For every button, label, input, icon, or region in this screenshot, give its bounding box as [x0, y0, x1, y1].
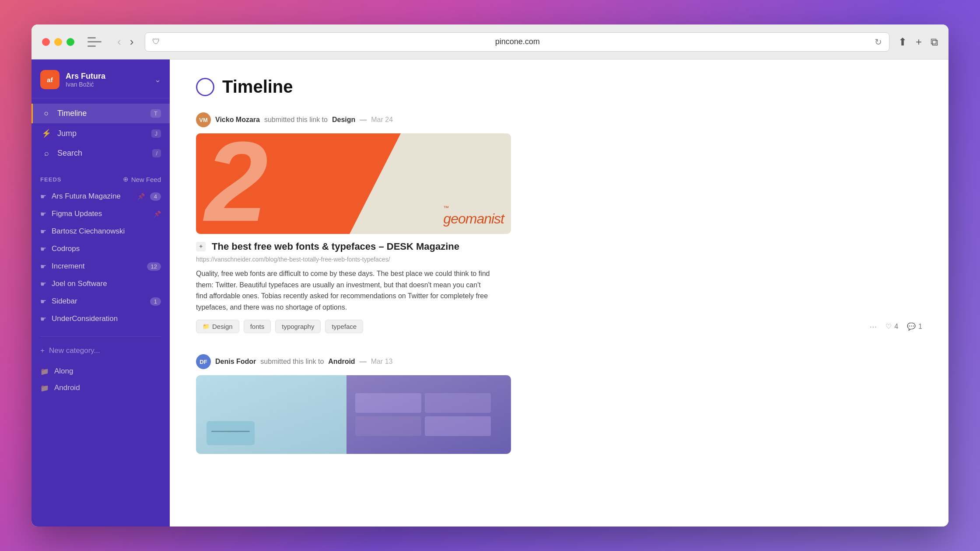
sidebar-item-label: Timeline [57, 109, 144, 118]
address-bar[interactable]: 🛡 pincone.com ↻ [145, 32, 889, 52]
reload-button[interactable]: ↻ [875, 37, 882, 47]
comment-icon: 💬 [907, 322, 916, 331]
article-title: ✦ The best free web fonts & typefaces – … [196, 241, 922, 252]
article-url[interactable]: https://vanschneider.com/blog/the-best-t… [196, 256, 922, 263]
sidebar-item-search[interactable]: ⌕ Search / [32, 143, 170, 163]
nav-items: ○ Timeline T ⚡ Jump J ⌕ Search / [32, 98, 170, 168]
submitter-name: Vicko Mozara [215, 116, 260, 124]
divider [40, 336, 161, 337]
sidebar-toggle-button[interactable] [88, 37, 102, 47]
sidebar-item-jump[interactable]: ⚡ Jump J [32, 123, 170, 143]
article-card-2: DF Denis Fodor submitted this link to An… [196, 354, 922, 454]
feed-name: Bartosz Ciechanowski [52, 227, 161, 236]
feed-item-joel[interactable]: ☛ Joel on Software [40, 275, 161, 293]
lightning-icon: ⚡ [42, 129, 51, 138]
browser-window: ‹ › 🛡 pincone.com ↻ ⬆ + ⧉ af Ars Futura [32, 24, 948, 527]
tag-typography[interactable]: typography [275, 320, 321, 333]
submission-meta: VM Vicko Mozara submitted this link to D… [196, 112, 922, 127]
rss-icon: ☛ [40, 315, 46, 323]
comment-button[interactable]: 💬 1 [907, 322, 922, 331]
nav-arrows: ‹ › [115, 34, 136, 49]
tag-typeface[interactable]: typeface [325, 320, 363, 333]
feed-name: Increment [52, 262, 142, 271]
new-tab-button[interactable]: + [916, 36, 922, 48]
search-icon: ⌕ [42, 149, 51, 158]
feed-name: Joel on Software [52, 279, 161, 288]
article-image: 2 ™ geomanist [196, 133, 511, 234]
tag-design[interactable]: 📁 Design [196, 320, 239, 333]
folder-icon: 📁 [40, 367, 49, 376]
browser-chrome: ‹ › 🛡 pincone.com ↻ ⬆ + ⧉ [32, 24, 948, 59]
page-header: Timeline [196, 77, 922, 97]
category-item-along[interactable]: 📁 Along [40, 363, 161, 380]
submission-dash: — [360, 116, 367, 124]
tabs-button[interactable]: ⧉ [931, 36, 938, 48]
category-section: 📁 Along 📁 Android [32, 359, 170, 400]
timeline-circle-icon [196, 78, 214, 96]
like-button[interactable]: ♡ 4 [886, 322, 898, 331]
circle-icon: ○ [42, 109, 51, 118]
rss-icon: ☛ [40, 297, 46, 306]
submission-date: Mar 13 [371, 358, 393, 366]
rss-icon: ☛ [40, 245, 46, 253]
user-name: Ivan Božić [66, 81, 148, 88]
sidebar-header-text: Ars Futura Ivan Božić [66, 72, 148, 88]
back-button[interactable]: ‹ [115, 34, 124, 49]
feed-item-codrops[interactable]: ☛ Codrops [40, 240, 161, 258]
shortcut-badge: J [151, 129, 161, 138]
page-title: Timeline [222, 77, 293, 97]
feeds-title: FEEDS [40, 176, 62, 183]
rss-icon: ☛ [40, 262, 46, 271]
feed-item-ars-futura[interactable]: ☛ Ars Futura Magazine 📌 4 [40, 188, 161, 205]
feeds-header: FEEDS ⊕ New Feed [40, 175, 161, 183]
app-name: Ars Futura [66, 72, 148, 81]
share-button[interactable]: ⬆ [898, 36, 907, 48]
article-actions: ··· ♡ 4 💬 1 [870, 321, 922, 331]
feed-item-increment[interactable]: ☛ Increment 12 [40, 258, 161, 275]
heart-icon: ♡ [886, 322, 892, 331]
submission-text: submitted this link to [260, 358, 324, 366]
category-item-android[interactable]: 📁 Android [40, 380, 161, 396]
feed-name: Codrops [52, 244, 161, 253]
shortcut-badge: T [150, 109, 161, 118]
feed-item-bartosz[interactable]: ☛ Bartosz Ciechanowski [40, 223, 161, 240]
new-feed-button[interactable]: ⊕ New Feed [123, 175, 161, 183]
folder-icon: 📁 [40, 384, 49, 392]
forward-button[interactable]: › [127, 34, 136, 49]
feed-badge: 1 [150, 297, 161, 306]
chevron-down-icon: ⌄ [154, 75, 161, 84]
sidebar-item-label: Search [57, 149, 146, 158]
browser-content: af Ars Futura Ivan Božić ⌄ ○ Timeline T … [32, 59, 948, 527]
feed-item-underconsideration[interactable]: ☛ UnderConsideration [40, 310, 161, 328]
traffic-light-yellow[interactable] [54, 38, 62, 46]
sidebar-item-label: Jump [57, 129, 145, 138]
more-options-button[interactable]: ··· [870, 321, 877, 331]
avatar: VM [196, 112, 211, 127]
submission-meta-2: DF Denis Fodor submitted this link to An… [196, 354, 922, 369]
category-name: Along [54, 367, 73, 376]
shortcut-badge: / [152, 149, 161, 157]
plus-icon: ⊕ [123, 175, 129, 183]
plus-icon: + [40, 346, 45, 355]
main-content: Timeline VM Vicko Mozara submitted this … [170, 59, 948, 527]
sidebar-item-timeline[interactable]: ○ Timeline T [32, 104, 170, 123]
security-icon: 🛡 [152, 37, 160, 46]
feed-badge: 12 [147, 262, 161, 271]
submission-channel: Android [328, 358, 355, 366]
submission-text: submitted this link to [264, 116, 328, 124]
feed-item-sidebar[interactable]: ☛ Sidebar 1 [40, 293, 161, 310]
article-footer: 📁 Design fonts typography typeface ··· [196, 320, 922, 333]
traffic-light-red[interactable] [42, 38, 50, 46]
tag-fonts[interactable]: fonts [244, 320, 271, 333]
rss-icon: ☛ [40, 210, 46, 218]
submitter-name: Denis Fodor [215, 358, 256, 366]
rss-icon: ☛ [40, 192, 46, 201]
sidebar-header[interactable]: af Ars Futura Ivan Božić ⌄ [32, 59, 170, 98]
traffic-light-green[interactable] [66, 38, 74, 46]
source-icon: ✦ [196, 242, 206, 251]
new-category-button[interactable]: + New category... [32, 342, 170, 359]
feed-item-figma[interactable]: ☛ Figma Updates 📌 [40, 205, 161, 223]
feed-name: UnderConsideration [52, 314, 161, 323]
avatar: DF [196, 354, 211, 369]
comment-count: 1 [918, 323, 922, 331]
